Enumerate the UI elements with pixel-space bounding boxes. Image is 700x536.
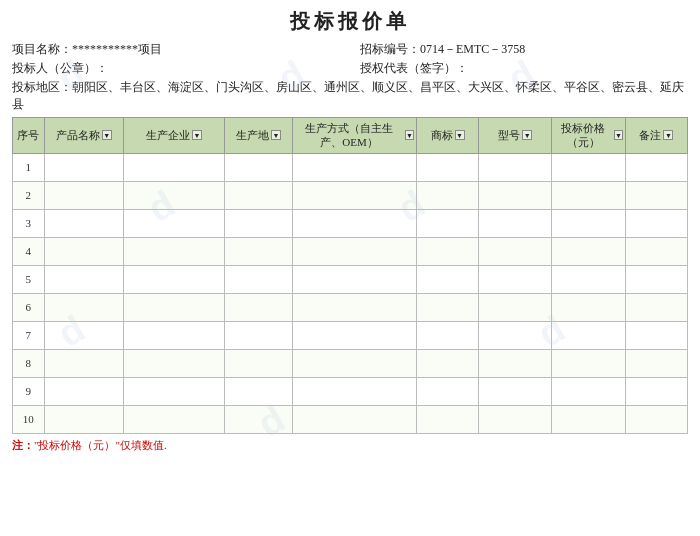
cell-brand (417, 377, 479, 405)
cell-brand (417, 237, 479, 265)
cell-method (292, 181, 416, 209)
cell-note (625, 181, 687, 209)
cell-note (625, 293, 687, 321)
cell-model (479, 209, 552, 237)
cell-enterprise (123, 377, 225, 405)
cell-enterprise (123, 237, 225, 265)
cell-name (44, 377, 123, 405)
cell-price (552, 349, 625, 377)
cell-origin (225, 153, 293, 181)
cell-brand (417, 293, 479, 321)
cell-model (479, 293, 552, 321)
cell-name (44, 321, 123, 349)
agent-label: 授权代表（签字）： (360, 61, 468, 75)
cell-model (479, 405, 552, 433)
cell-note (625, 153, 687, 181)
cell-method (292, 377, 416, 405)
cell-model (479, 349, 552, 377)
table-row: 8 (13, 349, 688, 377)
table-row: 4 (13, 237, 688, 265)
cell-origin (225, 265, 293, 293)
cell-note (625, 265, 687, 293)
cell-method (292, 293, 416, 321)
table-row: 10 (13, 405, 688, 433)
cell-name (44, 209, 123, 237)
cell-enterprise (123, 293, 225, 321)
table-row: 9 (13, 377, 688, 405)
cell-name (44, 265, 123, 293)
cell-brand (417, 153, 479, 181)
cell-seq: 6 (13, 293, 45, 321)
bid-table: 序号 产品名称 ▼ 生产企业 ▼ 生产地 (12, 117, 688, 434)
footer-note-text: "投标价格（元）"仅填数值. (34, 439, 167, 451)
region-label: 投标地区： (12, 80, 72, 94)
cell-enterprise (123, 181, 225, 209)
cell-name (44, 237, 123, 265)
cell-name (44, 293, 123, 321)
bid-number-value: 0714－EMTC－3758 (420, 42, 525, 56)
project-label: 项目名称： (12, 42, 72, 56)
th-price-sort[interactable]: ▼ (614, 130, 623, 140)
th-note: 备注 ▼ (625, 118, 687, 154)
th-brand-sort[interactable]: ▼ (455, 130, 465, 140)
table-header-row: 序号 产品名称 ▼ 生产企业 ▼ 生产地 (13, 118, 688, 154)
th-method-sort[interactable]: ▼ (405, 130, 414, 140)
info-row-2: 投标人（公章）： 授权代表（签字）： (12, 60, 688, 77)
cell-seq: 5 (13, 265, 45, 293)
cell-origin (225, 377, 293, 405)
cell-enterprise (123, 209, 225, 237)
cell-origin (225, 405, 293, 433)
cell-brand (417, 209, 479, 237)
th-method: 生产方式（自主生产、OEM） ▼ (292, 118, 416, 154)
th-model-sort[interactable]: ▼ (522, 130, 532, 140)
footer-note: 注："投标价格（元）"仅填数值. (12, 438, 688, 453)
cell-price (552, 265, 625, 293)
th-name-sort[interactable]: ▼ (102, 130, 112, 140)
cell-price (552, 181, 625, 209)
cell-note (625, 405, 687, 433)
cell-seq: 9 (13, 377, 45, 405)
cell-method (292, 209, 416, 237)
page-wrapper: d d d d d d d d 投标报价单 项目名称：***********项目… (0, 0, 700, 536)
cell-price (552, 377, 625, 405)
th-price-label: 投标价格（元） (554, 121, 611, 150)
cell-note (625, 349, 687, 377)
cell-seq: 4 (13, 237, 45, 265)
cell-origin (225, 237, 293, 265)
cell-brand (417, 181, 479, 209)
cell-origin (225, 209, 293, 237)
th-enterprise-label: 生产企业 (146, 128, 190, 142)
cell-model (479, 265, 552, 293)
bid-number-info: 招标编号：0714－EMTC－3758 (340, 41, 688, 58)
th-origin-sort[interactable]: ▼ (271, 130, 281, 140)
cell-price (552, 153, 625, 181)
agent-info: 授权代表（签字）： (340, 60, 688, 77)
bid-number-label: 招标编号： (360, 42, 420, 56)
table-row: 7 (13, 321, 688, 349)
cell-price (552, 321, 625, 349)
cell-name (44, 153, 123, 181)
cell-note (625, 237, 687, 265)
cell-price (552, 237, 625, 265)
th-brand-label: 商标 (431, 128, 453, 142)
th-price: 投标价格（元） ▼ (552, 118, 625, 154)
cell-enterprise (123, 405, 225, 433)
cell-enterprise (123, 349, 225, 377)
cell-origin (225, 349, 293, 377)
th-seq: 序号 (13, 118, 45, 154)
th-brand: 商标 ▼ (417, 118, 479, 154)
cell-brand (417, 321, 479, 349)
cell-origin (225, 181, 293, 209)
bidder-info: 投标人（公章）： (12, 60, 340, 77)
th-origin-label: 生产地 (236, 128, 269, 142)
info-row-1: 项目名称：***********项目 招标编号：0714－EMTC－3758 (12, 41, 688, 58)
th-enterprise-sort[interactable]: ▼ (192, 130, 202, 140)
cell-brand (417, 265, 479, 293)
cell-seq: 2 (13, 181, 45, 209)
cell-brand (417, 405, 479, 433)
cell-enterprise (123, 321, 225, 349)
project-value: ***********项目 (72, 42, 162, 56)
th-note-sort[interactable]: ▼ (663, 130, 673, 140)
cell-seq: 7 (13, 321, 45, 349)
th-model-label: 型号 (498, 128, 520, 142)
